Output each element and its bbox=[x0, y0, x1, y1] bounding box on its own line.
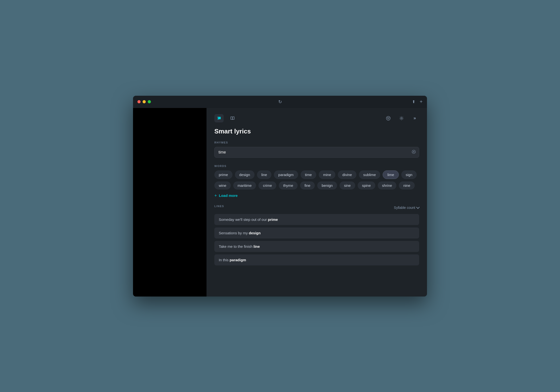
lines-list: Someday we'll step out of our primeSensa… bbox=[214, 214, 419, 265]
emoji-icon bbox=[386, 116, 391, 121]
word-chip[interactable]: prime bbox=[214, 170, 232, 179]
words-section: WORDS primedesignlineparadigmtimeminediv… bbox=[214, 165, 419, 198]
syllable-count-button[interactable]: Syllable count bbox=[394, 206, 419, 210]
word-chip[interactable]: divine bbox=[338, 170, 356, 179]
rhymes-search-input[interactable] bbox=[214, 147, 419, 158]
search-container bbox=[214, 147, 419, 158]
rhymes-label: RHYMES bbox=[214, 141, 419, 144]
minimize-button[interactable] bbox=[143, 100, 146, 103]
word-chip[interactable]: benign bbox=[317, 181, 337, 190]
line-item[interactable]: In this paradigm bbox=[214, 254, 419, 265]
lines-header: LINES Syllable count bbox=[214, 205, 419, 211]
plus-icon: + bbox=[214, 193, 217, 198]
svg-text:": " bbox=[218, 117, 219, 119]
gear-icon bbox=[399, 116, 404, 121]
left-panel bbox=[133, 108, 207, 297]
line-item[interactable]: Someday we'll step out of our prime bbox=[214, 214, 419, 225]
svg-point-2 bbox=[388, 118, 388, 118]
svg-point-4 bbox=[401, 118, 402, 119]
lines-label: LINES bbox=[214, 205, 224, 208]
book-icon bbox=[230, 116, 235, 121]
word-chip[interactable]: lime bbox=[383, 170, 399, 179]
quote-mode-button[interactable]: " bbox=[214, 114, 224, 122]
load-more-label: Load more bbox=[219, 193, 238, 198]
traffic-lights bbox=[137, 100, 151, 103]
share-icon[interactable]: ⬆ bbox=[412, 99, 415, 104]
word-chip[interactable]: thyme bbox=[279, 181, 298, 190]
word-chip[interactable]: fine bbox=[300, 181, 315, 190]
close-button[interactable] bbox=[137, 100, 141, 103]
svg-point-3 bbox=[389, 118, 389, 118]
word-chip[interactable]: maritime bbox=[233, 181, 256, 190]
words-grid: primedesignlineparadigmtimeminedivinesub… bbox=[214, 170, 419, 190]
word-chip[interactable]: paradigm bbox=[274, 170, 298, 179]
settings-button[interactable] bbox=[397, 114, 406, 123]
word-chip[interactable]: line bbox=[257, 170, 271, 179]
lines-section: LINES Syllable count Someday we'll step … bbox=[214, 205, 419, 265]
svg-point-1 bbox=[386, 116, 390, 120]
panel-title: Smart lyrics bbox=[214, 128, 419, 135]
word-chip[interactable]: shrine bbox=[378, 181, 397, 190]
word-chip[interactable]: sine bbox=[340, 181, 355, 190]
word-chip[interactable]: spine bbox=[358, 181, 375, 190]
line-item[interactable]: Take me to the finish line bbox=[214, 241, 419, 252]
line-item[interactable]: Sensations by my design bbox=[214, 227, 419, 238]
right-panel: " bbox=[207, 108, 427, 297]
word-chip[interactable]: sign bbox=[401, 170, 417, 179]
titlebar-center: ↻ bbox=[278, 99, 282, 105]
word-chip[interactable]: crime bbox=[258, 181, 276, 190]
load-more-button[interactable]: + Load more bbox=[214, 193, 238, 198]
word-chip[interactable]: time bbox=[301, 170, 316, 179]
quote-icon: " bbox=[217, 116, 221, 121]
reload-icon[interactable]: ↻ bbox=[278, 99, 282, 105]
chevron-down-icon bbox=[416, 205, 420, 209]
expand-button[interactable]: » bbox=[410, 114, 419, 123]
word-chip[interactable]: mine bbox=[319, 170, 336, 179]
maximize-button[interactable] bbox=[148, 100, 151, 103]
syllable-count-label: Syllable count bbox=[394, 206, 415, 210]
close-icon bbox=[412, 150, 416, 154]
panel-header: " bbox=[214, 114, 419, 123]
panel-icons-right: » bbox=[384, 114, 419, 123]
new-tab-icon[interactable]: + bbox=[420, 99, 423, 105]
app-window: ↻ ⬆ + " bbox=[133, 96, 427, 297]
book-mode-button[interactable] bbox=[228, 114, 237, 123]
word-chip[interactable]: sublime bbox=[359, 170, 380, 179]
rhymes-section: RHYMES bbox=[214, 141, 419, 158]
titlebar-right-icons: ⬆ + bbox=[412, 99, 423, 105]
word-chip[interactable]: wine bbox=[214, 181, 231, 190]
titlebar: ↻ ⬆ + bbox=[133, 96, 427, 108]
panel-icons-left: " bbox=[214, 114, 237, 123]
clear-search-button[interactable] bbox=[412, 150, 416, 155]
content-area: " bbox=[133, 108, 427, 297]
word-chip[interactable]: nine bbox=[399, 181, 414, 190]
chevron-right-icon: » bbox=[414, 116, 416, 121]
emoji-button[interactable] bbox=[384, 114, 393, 123]
word-chip[interactable]: design bbox=[235, 170, 255, 179]
words-label: WORDS bbox=[214, 165, 419, 167]
